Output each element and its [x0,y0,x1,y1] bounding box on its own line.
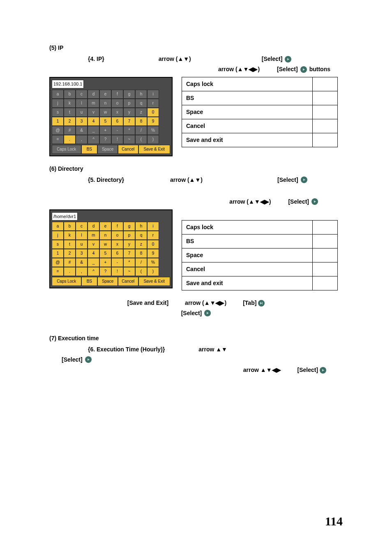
key-bs[interactable]: BS [81,145,98,154]
key[interactable]: j [52,99,64,108]
key[interactable]: / [135,258,147,267]
key[interactable]: @ [52,258,64,267]
key[interactable]: 3 [76,249,88,258]
key[interactable]: j [52,231,64,240]
key[interactable]: l [76,231,88,240]
key[interactable]: + [99,258,111,267]
key[interactable]: i [147,222,159,231]
key[interactable]: 0 [147,240,159,249]
key[interactable]: ( [135,267,147,276]
key[interactable]: ~ [123,135,135,144]
key-save-exit[interactable]: Save & Exit [138,277,170,286]
key[interactable]: a [52,90,64,99]
keyboard-input-ip[interactable]: 192.168.100.1 [52,80,84,88]
key[interactable]: 3 [76,117,88,126]
key-capslock[interactable]: Caps Lock [52,145,81,154]
key[interactable]: h [135,90,147,99]
key[interactable]: % [147,258,159,267]
key[interactable]: c [76,222,88,231]
key[interactable]: k [64,231,76,240]
key[interactable]: 4 [88,249,99,258]
key[interactable]: 9 [147,249,159,258]
key[interactable]: k [64,99,76,108]
key[interactable]: 1 [52,117,64,126]
key-capslock[interactable]: Caps Lock [52,277,81,286]
key[interactable]: z [135,240,147,249]
key[interactable]: _ [88,126,99,135]
key[interactable]: c [76,90,88,99]
key[interactable]: d [88,90,99,99]
key[interactable]: 2 [64,249,76,258]
key[interactable]: m [88,99,99,108]
key-cancel[interactable]: Cancel [118,145,138,154]
key[interactable]: , [76,135,88,144]
key[interactable]: e [99,90,111,99]
key[interactable]: ) [147,135,159,144]
key[interactable]: 4 [88,117,99,126]
key[interactable]: x [111,240,123,249]
key[interactable]: l [76,99,88,108]
key[interactable]: u [76,240,88,249]
key[interactable]: # [64,258,76,267]
key[interactable]: u [76,108,88,117]
key[interactable]: + [99,126,111,135]
key[interactable]: 5 [99,117,111,126]
key[interactable]: f [111,90,123,99]
key[interactable]: = [52,135,64,144]
key[interactable]: 8 [135,117,147,126]
key[interactable]: b [64,90,76,99]
key[interactable]: - [111,126,123,135]
key[interactable]: 2 [64,117,76,126]
key-space[interactable]: Space [97,277,118,286]
key[interactable]: / [135,126,147,135]
key[interactable]: w [99,240,111,249]
key[interactable]: * [123,126,135,135]
key[interactable]: h [135,222,147,231]
key[interactable]: * [123,258,135,267]
key[interactable]: e [99,222,111,231]
key[interactable]: & [76,258,88,267]
key[interactable]: # [64,126,76,135]
key[interactable]: & [76,126,88,135]
key[interactable]: b [64,222,76,231]
key[interactable]: t [64,108,76,117]
key[interactable]: x [111,108,123,117]
key[interactable]: o [111,99,123,108]
key[interactable]: ? [99,267,111,276]
key[interactable]: i [147,90,159,99]
key[interactable]: y [123,240,135,249]
key[interactable]: m [88,231,99,240]
key[interactable]: 8 [135,249,147,258]
key[interactable]: t [64,240,76,249]
key[interactable]: @ [52,126,64,135]
key[interactable]: ) [147,267,159,276]
key[interactable]: p [123,99,135,108]
key[interactable]: y [123,108,135,117]
key[interactable]: 7 [123,249,135,258]
key[interactable]: . [64,267,76,276]
key[interactable]: % [147,126,159,135]
key[interactable]: z [135,108,147,117]
key-bs[interactable]: BS [81,277,98,286]
key-0[interactable]: 0 [147,108,159,117]
key[interactable]: q [135,231,147,240]
key[interactable]: . [64,135,76,144]
key[interactable]: s [52,108,64,117]
key[interactable]: _ [88,258,99,267]
key[interactable]: - [111,258,123,267]
key[interactable]: 9 [147,117,159,126]
key[interactable]: v [88,240,99,249]
key[interactable]: 1 [52,249,64,258]
key[interactable]: a [52,222,64,231]
key[interactable]: d [88,222,99,231]
key[interactable]: 6 [111,117,123,126]
key[interactable]: ! [111,135,123,144]
key-cancel[interactable]: Cancel [118,277,138,286]
key[interactable]: ! [111,267,123,276]
key[interactable]: f [111,222,123,231]
key[interactable]: ^ [88,135,99,144]
key[interactable]: ^ [88,267,99,276]
key[interactable]: n [99,99,111,108]
key[interactable]: q [135,99,147,108]
key[interactable]: 5 [99,249,111,258]
